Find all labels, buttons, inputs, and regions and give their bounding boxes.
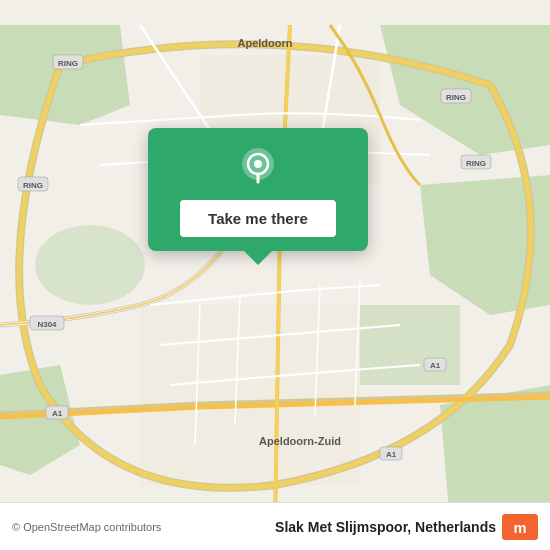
svg-rect-6: [360, 305, 460, 385]
svg-text:Apeldoorn: Apeldoorn: [238, 37, 293, 49]
svg-marker-1: [0, 25, 130, 125]
footer-right: Slak Met Slijmspoor, Netherlands m: [275, 513, 538, 541]
svg-text:N304: N304: [37, 320, 57, 329]
svg-text:Apeldoorn-Zuid: Apeldoorn-Zuid: [259, 435, 341, 447]
map-attribution: © OpenStreetMap contributors: [12, 521, 161, 533]
svg-text:RING: RING: [446, 93, 466, 102]
svg-text:A1: A1: [430, 361, 441, 370]
svg-text:m: m: [513, 519, 526, 535]
svg-text:A1: A1: [52, 409, 63, 418]
map-container: RING RING RING RING N304 A1 A1 A1 Apeldo…: [0, 0, 550, 550]
svg-text:A1: A1: [386, 450, 397, 459]
footer-bar: © OpenStreetMap contributors Slak Met Sl…: [0, 502, 550, 550]
svg-text:RING: RING: [58, 59, 78, 68]
location-name: Slak Met Slijmspoor, Netherlands: [275, 519, 496, 535]
svg-point-7: [35, 225, 145, 305]
take-me-there-button[interactable]: Take me there: [180, 200, 336, 237]
moovit-logo: m: [502, 513, 538, 541]
map-svg: RING RING RING RING N304 A1 A1 A1 Apeldo…: [0, 0, 550, 550]
svg-point-30: [254, 160, 262, 168]
svg-text:RING: RING: [23, 181, 43, 190]
location-pin-icon: [236, 146, 280, 190]
svg-text:RING: RING: [466, 159, 486, 168]
location-popup: Take me there: [148, 128, 368, 251]
